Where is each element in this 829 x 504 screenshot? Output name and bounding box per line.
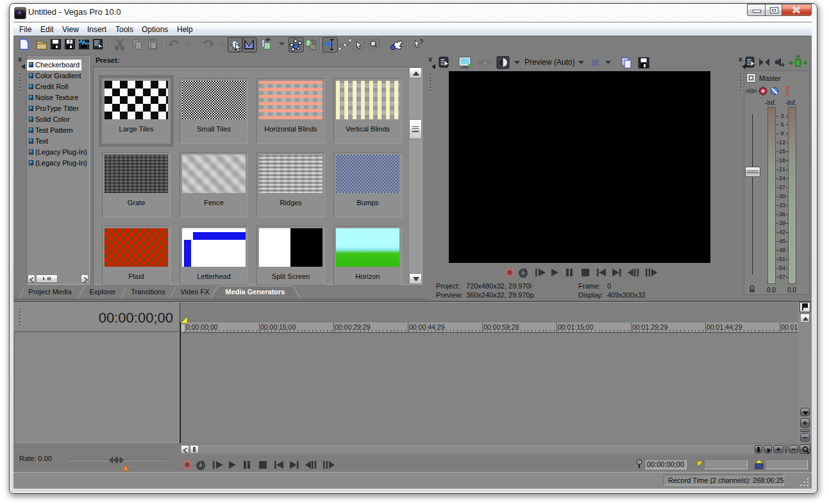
svg-text:?: ? [419, 38, 424, 46]
svg-text:?: ? [68, 39, 71, 45]
svg-text:Video FX: Video FX [180, 288, 210, 296]
svg-text:Preview (Auto): Preview (Auto) [524, 58, 575, 67]
svg-text:Project Media: Project Media [28, 288, 72, 296]
svg-text:Media Generators: Media Generators [226, 288, 285, 296]
svg-text:Transitions: Transitions [131, 288, 165, 296]
svg-text:Explorer: Explorer [90, 288, 116, 296]
